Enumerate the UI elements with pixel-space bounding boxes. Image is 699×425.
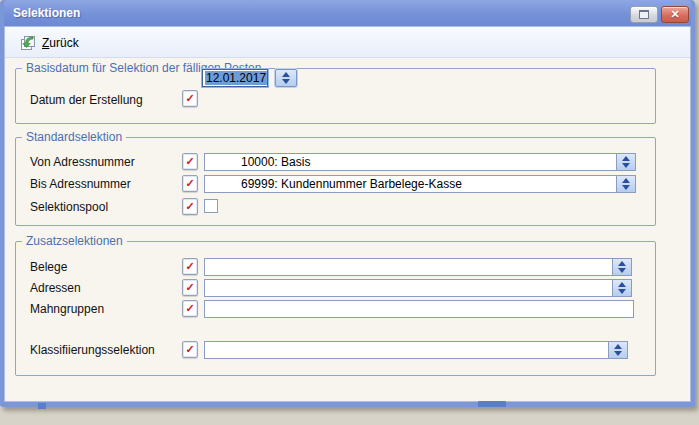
spin-down-icon xyxy=(622,185,630,190)
combo-spinner[interactable] xyxy=(612,280,631,296)
selection-active-toggle-icon[interactable]: ✓ xyxy=(182,90,198,107)
back-button-label: Zurück xyxy=(42,36,79,50)
date-value-selected: 12.01.2017 xyxy=(205,71,267,85)
restore-icon xyxy=(639,10,649,19)
spin-up-icon xyxy=(282,72,290,77)
date-spinner[interactable] xyxy=(275,69,297,87)
spin-down-icon xyxy=(282,79,290,84)
combo-spinner[interactable] xyxy=(616,154,635,170)
belege-combo[interactable] xyxy=(204,258,632,276)
close-button[interactable]: ✕ xyxy=(661,6,689,23)
mahngruppen-value xyxy=(205,301,633,317)
von-adressnummer-combo[interactable]: 10000: Basis xyxy=(204,153,636,171)
bis-adressnummer-value: 69999: Kundennummer Barbelege-Kasse xyxy=(205,176,616,192)
titlebar[interactable]: Selektionen ✕ xyxy=(4,0,691,26)
selection-active-toggle-icon[interactable]: ✓ xyxy=(182,279,198,296)
label-klassifiierungsselektion: Klassifiierungsselektion xyxy=(30,343,155,358)
combo-spinner[interactable] xyxy=(612,259,631,275)
group-zusatzselektionen: Zusatzselektionen Belege ✓ Adressen ✓ Ma… xyxy=(15,241,656,376)
von-adressnummer-value: 10000: Basis xyxy=(205,154,616,170)
background-window-fragment xyxy=(478,401,506,407)
back-icon xyxy=(20,35,36,51)
spin-down-icon xyxy=(618,268,626,273)
close-icon: ✕ xyxy=(670,9,679,20)
label-mahngruppen: Mahngruppen xyxy=(30,302,104,317)
group-basisdatum: Basisdatum für Selektion der fälligen Po… xyxy=(15,68,656,124)
label-bis-adressnummer: Bis Adressnummer xyxy=(30,177,131,192)
selection-active-toggle-icon[interactable]: ✓ xyxy=(182,258,198,275)
back-button[interactable]: Zurück xyxy=(15,31,88,55)
klassifiierungsselektion-combo[interactable] xyxy=(204,341,628,359)
toolbar: Zurück xyxy=(5,27,690,58)
group-standardselektion: Standardselektion Von Adressnummer ✓ 100… xyxy=(15,137,656,226)
spin-up-icon xyxy=(618,261,626,266)
spin-down-icon xyxy=(622,163,630,168)
label-selektionspool: Selektionspool xyxy=(30,200,108,215)
adressen-value xyxy=(205,280,612,296)
label-adressen: Adressen xyxy=(30,281,81,296)
background-window-fragment xyxy=(38,403,46,409)
window-title: Selektionen xyxy=(13,6,80,20)
mahngruppen-input[interactable] xyxy=(204,300,634,318)
selection-active-toggle-icon[interactable]: ✓ xyxy=(182,153,198,170)
spin-down-icon xyxy=(618,289,626,294)
klassifiierungsselektion-value xyxy=(205,342,608,358)
spin-up-icon xyxy=(622,156,630,161)
group-zusatzselektionen-title: Zusatzselektionen xyxy=(22,234,127,248)
selection-active-toggle-icon[interactable]: ✓ xyxy=(182,175,198,192)
dialog-client-area: Zurück Basisdatum für Selektion der fäll… xyxy=(4,26,691,402)
selektionspool-checkbox[interactable] xyxy=(204,199,218,213)
datum-der-erstellung-input[interactable]: 12.01.2017 xyxy=(202,69,268,87)
restore-button[interactable] xyxy=(630,6,658,23)
selection-active-toggle-icon[interactable]: ✓ xyxy=(182,341,198,358)
bis-adressnummer-combo[interactable]: 69999: Kundennummer Barbelege-Kasse xyxy=(204,175,636,193)
combo-spinner[interactable] xyxy=(616,176,635,192)
label-datum-der-erstellung: Datum der Erstellung xyxy=(30,93,143,108)
combo-spinner[interactable] xyxy=(608,342,627,358)
spin-up-icon xyxy=(618,282,626,287)
selection-active-toggle-icon[interactable]: ✓ xyxy=(182,198,198,215)
spin-down-icon xyxy=(614,351,622,356)
spin-up-icon xyxy=(614,344,622,349)
spin-up-icon xyxy=(622,178,630,183)
selection-active-toggle-icon[interactable]: ✓ xyxy=(182,300,198,317)
selektionen-dialog: Selektionen ✕ Zurück Basisdatum für Sele… xyxy=(0,0,695,407)
group-standardselektion-title: Standardselektion xyxy=(22,130,126,144)
adressen-combo[interactable] xyxy=(204,279,632,297)
label-belege: Belege xyxy=(30,260,67,275)
belege-value xyxy=(205,259,612,275)
label-von-adressnummer: Von Adressnummer xyxy=(30,155,135,170)
